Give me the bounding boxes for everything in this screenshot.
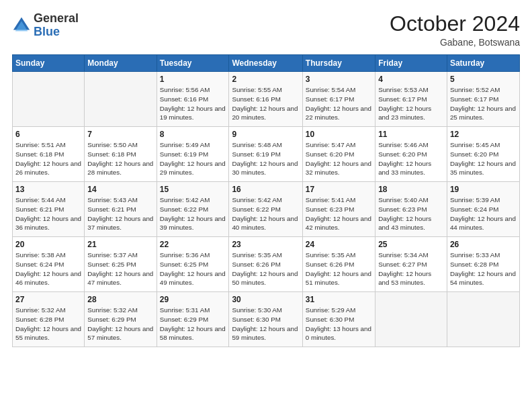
day-info: Sunrise: 5:51 AM Sunset: 6:18 PM Dayligh…	[15, 140, 81, 177]
day-number: 13	[15, 185, 81, 194]
title-block: October 2024 Gabane, Botswana	[390, 12, 520, 48]
day-info: Sunrise: 5:50 AM Sunset: 6:18 PM Dayligh…	[87, 140, 153, 177]
calendar-week-1: 6Sunrise: 5:51 AM Sunset: 6:18 PM Daylig…	[13, 127, 520, 182]
day-number: 19	[450, 185, 517, 194]
calendar-cell: 2Sunrise: 5:55 AM Sunset: 6:16 PM Daylig…	[229, 72, 302, 127]
day-number: 11	[378, 130, 444, 139]
calendar-cell: 7Sunrise: 5:50 AM Sunset: 6:18 PM Daylig…	[85, 127, 157, 182]
day-info: Sunrise: 5:32 AM Sunset: 6:28 PM Dayligh…	[15, 306, 81, 342]
day-info: Sunrise: 5:39 AM Sunset: 6:24 PM Dayligh…	[450, 195, 517, 232]
col-friday: Friday	[375, 55, 447, 72]
calendar-cell: 14Sunrise: 5:43 AM Sunset: 6:21 PM Dayli…	[85, 182, 157, 237]
day-number: 28	[87, 295, 153, 304]
col-tuesday: Tuesday	[157, 55, 229, 72]
calendar-cell: 6Sunrise: 5:51 AM Sunset: 6:18 PM Daylig…	[13, 127, 85, 182]
day-info: Sunrise: 5:32 AM Sunset: 6:29 PM Dayligh…	[87, 306, 153, 342]
calendar-cell: 8Sunrise: 5:49 AM Sunset: 6:19 PM Daylig…	[157, 127, 229, 182]
calendar-cell: 30Sunrise: 5:30 AM Sunset: 6:30 PM Dayli…	[229, 292, 302, 347]
col-monday: Monday	[85, 55, 157, 72]
day-number: 12	[450, 130, 517, 139]
day-info: Sunrise: 5:48 AM Sunset: 6:19 PM Dayligh…	[232, 140, 299, 177]
calendar-cell: 27Sunrise: 5:32 AM Sunset: 6:28 PM Dayli…	[13, 292, 85, 347]
calendar-cell: 28Sunrise: 5:32 AM Sunset: 6:29 PM Dayli…	[85, 292, 157, 347]
logo-icon	[12, 16, 31, 35]
col-sunday: Sunday	[13, 55, 85, 72]
day-info: Sunrise: 5:56 AM Sunset: 6:16 PM Dayligh…	[160, 85, 226, 122]
day-info: Sunrise: 5:52 AM Sunset: 6:17 PM Dayligh…	[450, 85, 517, 122]
day-number: 18	[378, 185, 444, 194]
day-number: 15	[160, 185, 226, 194]
day-number: 1	[160, 75, 226, 84]
day-number: 17	[306, 185, 372, 194]
day-number: 14	[87, 185, 153, 194]
calendar-cell	[13, 72, 85, 127]
day-info: Sunrise: 5:49 AM Sunset: 6:19 PM Dayligh…	[160, 140, 226, 177]
day-info: Sunrise: 5:53 AM Sunset: 6:17 PM Dayligh…	[378, 85, 444, 122]
page: General Blue October 2024 Gabane, Botswa…	[0, 0, 532, 411]
calendar-cell: 15Sunrise: 5:42 AM Sunset: 6:22 PM Dayli…	[157, 182, 229, 237]
calendar-cell	[375, 292, 447, 347]
calendar-cell: 5Sunrise: 5:52 AM Sunset: 6:17 PM Daylig…	[447, 72, 519, 127]
day-number: 31	[306, 295, 372, 304]
day-number: 8	[160, 130, 226, 139]
month-year: October 2024	[390, 12, 520, 36]
day-info: Sunrise: 5:46 AM Sunset: 6:20 PM Dayligh…	[378, 140, 444, 177]
day-number: 3	[306, 75, 372, 84]
calendar-cell: 11Sunrise: 5:46 AM Sunset: 6:20 PM Dayli…	[375, 127, 447, 182]
logo: General Blue	[12, 12, 79, 39]
calendar-cell: 17Sunrise: 5:41 AM Sunset: 6:23 PM Dayli…	[302, 182, 375, 237]
day-info: Sunrise: 5:42 AM Sunset: 6:22 PM Dayligh…	[160, 195, 226, 232]
calendar-cell: 22Sunrise: 5:36 AM Sunset: 6:25 PM Dayli…	[157, 237, 229, 292]
logo-general-text: General	[34, 11, 79, 25]
col-saturday: Saturday	[447, 55, 519, 72]
calendar-cell	[85, 72, 157, 127]
calendar-cell	[447, 292, 519, 347]
day-info: Sunrise: 5:43 AM Sunset: 6:21 PM Dayligh…	[87, 195, 153, 232]
day-info: Sunrise: 5:30 AM Sunset: 6:30 PM Dayligh…	[232, 306, 299, 342]
day-number: 6	[15, 130, 81, 139]
calendar-cell: 26Sunrise: 5:33 AM Sunset: 6:28 PM Dayli…	[447, 237, 519, 292]
day-number: 2	[232, 75, 299, 84]
calendar-cell: 1Sunrise: 5:56 AM Sunset: 6:16 PM Daylig…	[157, 72, 229, 127]
day-number: 21	[87, 240, 153, 249]
logo-blue-text: Blue	[34, 25, 60, 38]
day-info: Sunrise: 5:36 AM Sunset: 6:25 PM Dayligh…	[160, 250, 226, 287]
header: General Blue October 2024 Gabane, Botswa…	[12, 12, 520, 48]
day-number: 7	[87, 130, 153, 139]
calendar-cell: 16Sunrise: 5:42 AM Sunset: 6:22 PM Dayli…	[229, 182, 302, 237]
day-number: 5	[450, 75, 517, 84]
day-number: 27	[15, 295, 81, 304]
day-info: Sunrise: 5:42 AM Sunset: 6:22 PM Dayligh…	[232, 195, 299, 232]
calendar-cell: 9Sunrise: 5:48 AM Sunset: 6:19 PM Daylig…	[229, 127, 302, 182]
day-info: Sunrise: 5:31 AM Sunset: 6:29 PM Dayligh…	[160, 306, 226, 342]
location: Gabane, Botswana	[390, 37, 520, 48]
day-number: 10	[306, 130, 372, 139]
calendar-cell: 29Sunrise: 5:31 AM Sunset: 6:29 PM Dayli…	[157, 292, 229, 347]
day-info: Sunrise: 5:33 AM Sunset: 6:28 PM Dayligh…	[450, 250, 517, 287]
day-number: 30	[232, 295, 299, 304]
day-number: 23	[232, 240, 299, 249]
calendar-cell: 31Sunrise: 5:29 AM Sunset: 6:30 PM Dayli…	[302, 292, 375, 347]
calendar-cell: 4Sunrise: 5:53 AM Sunset: 6:17 PM Daylig…	[375, 72, 447, 127]
calendar-cell: 18Sunrise: 5:40 AM Sunset: 6:23 PM Dayli…	[375, 182, 447, 237]
calendar-cell: 19Sunrise: 5:39 AM Sunset: 6:24 PM Dayli…	[447, 182, 519, 237]
calendar-cell: 21Sunrise: 5:37 AM Sunset: 6:25 PM Dayli…	[85, 237, 157, 292]
calendar-cell: 13Sunrise: 5:44 AM Sunset: 6:21 PM Dayli…	[13, 182, 85, 237]
calendar-week-4: 27Sunrise: 5:32 AM Sunset: 6:28 PM Dayli…	[13, 292, 520, 347]
day-info: Sunrise: 5:55 AM Sunset: 6:16 PM Dayligh…	[232, 85, 299, 122]
day-number: 22	[160, 240, 226, 249]
calendar-cell: 12Sunrise: 5:45 AM Sunset: 6:20 PM Dayli…	[447, 127, 519, 182]
day-info: Sunrise: 5:35 AM Sunset: 6:26 PM Dayligh…	[232, 250, 299, 287]
calendar: Sunday Monday Tuesday Wednesday Thursday…	[12, 54, 520, 347]
calendar-cell: 20Sunrise: 5:38 AM Sunset: 6:24 PM Dayli…	[13, 237, 85, 292]
calendar-cell: 10Sunrise: 5:47 AM Sunset: 6:20 PM Dayli…	[302, 127, 375, 182]
day-info: Sunrise: 5:38 AM Sunset: 6:24 PM Dayligh…	[15, 250, 81, 287]
day-number: 25	[378, 240, 444, 249]
calendar-week-3: 20Sunrise: 5:38 AM Sunset: 6:24 PM Dayli…	[13, 237, 520, 292]
day-info: Sunrise: 5:45 AM Sunset: 6:20 PM Dayligh…	[450, 140, 517, 177]
day-number: 29	[160, 295, 226, 304]
calendar-cell: 23Sunrise: 5:35 AM Sunset: 6:26 PM Dayli…	[229, 237, 302, 292]
day-info: Sunrise: 5:41 AM Sunset: 6:23 PM Dayligh…	[306, 195, 372, 232]
calendar-header-row: Sunday Monday Tuesday Wednesday Thursday…	[13, 55, 520, 72]
day-number: 26	[450, 240, 517, 249]
